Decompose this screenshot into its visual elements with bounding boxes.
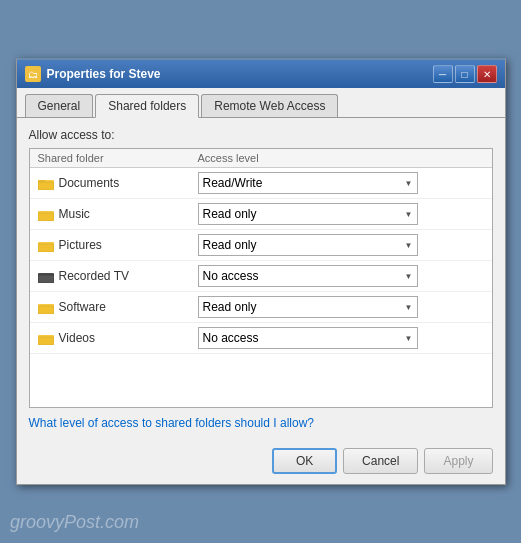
access-select-recorded-tv[interactable]: Read/Write Read only No access — [198, 265, 418, 287]
folder-software: Software — [38, 300, 198, 314]
folder-name: Videos — [59, 331, 95, 345]
minimize-button[interactable]: ─ — [433, 65, 453, 83]
folder-videos: Videos — [38, 331, 198, 345]
col-folder-header: Shared folder — [38, 152, 198, 164]
svg-rect-13 — [38, 337, 54, 345]
maximize-button[interactable]: □ — [455, 65, 475, 83]
folder-name: Documents — [59, 176, 120, 190]
table-row: Documents Read/Write Read only No access — [30, 168, 492, 199]
folder-name: Recorded TV — [59, 269, 129, 283]
apply-button[interactable]: Apply — [424, 448, 492, 474]
folder-icon — [38, 270, 54, 283]
svg-rect-7 — [38, 244, 54, 252]
svg-rect-3 — [38, 182, 54, 190]
svg-rect-9 — [38, 275, 54, 283]
main-content: Allow access to: Shared folder Access le… — [17, 118, 505, 440]
col-access-header: Access level — [198, 152, 484, 164]
folder-name: Music — [59, 207, 90, 221]
access-select-wrapper: Read/Write Read only No access — [198, 327, 418, 349]
table-header: Shared folder Access level — [30, 149, 492, 168]
access-cell: Read/Write Read only No access — [198, 265, 484, 287]
folder-name: Pictures — [59, 238, 102, 252]
svg-rect-11 — [38, 306, 54, 314]
access-cell: Read/Write Read only No access — [198, 296, 484, 318]
folder-icon — [38, 239, 54, 252]
access-select-software[interactable]: Read/Write Read only No access — [198, 296, 418, 318]
access-cell: Read/Write Read only No access — [198, 234, 484, 256]
tab-shared-folders[interactable]: Shared folders — [95, 94, 199, 118]
allow-access-label: Allow access to: — [29, 128, 493, 142]
folder-documents: Documents — [38, 176, 198, 190]
access-select-wrapper: Read/Write Read only No access — [198, 203, 418, 225]
title-bar-left: 🗂 Properties for Steve — [25, 66, 161, 82]
properties-window: 🗂 Properties for Steve ─ □ ✕ General Sha… — [16, 58, 506, 485]
access-cell: Read/Write Read only No access — [198, 203, 484, 225]
access-cell: Read/Write Read only No access — [198, 327, 484, 349]
access-select-wrapper: Read/Write Read only No access — [198, 265, 418, 287]
window-icon: 🗂 — [25, 66, 41, 82]
access-select-music[interactable]: Read/Write Read only No access — [198, 203, 418, 225]
svg-rect-5 — [38, 213, 54, 221]
folders-table: Shared folder Access level Documents Rea… — [29, 148, 493, 408]
table-row: Recorded TV Read/Write Read only No acce… — [30, 261, 492, 292]
folder-music: Music — [38, 207, 198, 221]
table-row: Software Read/Write Read only No access — [30, 292, 492, 323]
footer: OK Cancel Apply — [17, 440, 505, 484]
title-bar: 🗂 Properties for Steve ─ □ ✕ — [17, 60, 505, 88]
folder-recorded-tv: Recorded TV — [38, 269, 198, 283]
folder-name: Software — [59, 300, 106, 314]
title-buttons: ─ □ ✕ — [433, 65, 497, 83]
access-select-wrapper: Read/Write Read only No access — [198, 296, 418, 318]
folder-icon — [38, 301, 54, 314]
table-row: Pictures Read/Write Read only No access — [30, 230, 492, 261]
folder-icon — [38, 332, 54, 345]
access-select-pictures[interactable]: Read/Write Read only No access — [198, 234, 418, 256]
access-cell: Read/Write Read only No access — [198, 172, 484, 194]
window-title: Properties for Steve — [47, 67, 161, 81]
tab-bar: General Shared folders Remote Web Access — [17, 88, 505, 118]
cancel-button[interactable]: Cancel — [343, 448, 418, 474]
folder-pictures: Pictures — [38, 238, 198, 252]
table-row: Music Read/Write Read only No access — [30, 199, 492, 230]
folder-icon — [38, 177, 54, 190]
access-select-documents[interactable]: Read/Write Read only No access — [198, 172, 418, 194]
access-select-wrapper: Read/Write Read only No access — [198, 172, 418, 194]
help-link[interactable]: What level of access to shared folders s… — [29, 416, 493, 430]
tab-remote-web-access[interactable]: Remote Web Access — [201, 94, 338, 117]
folder-icon — [38, 208, 54, 221]
access-select-wrapper: Read/Write Read only No access — [198, 234, 418, 256]
ok-button[interactable]: OK — [272, 448, 337, 474]
table-row: Videos Read/Write Read only No access — [30, 323, 492, 354]
access-select-videos[interactable]: Read/Write Read only No access — [198, 327, 418, 349]
close-button[interactable]: ✕ — [477, 65, 497, 83]
tab-general[interactable]: General — [25, 94, 94, 117]
watermark: groovyPost.com — [10, 512, 139, 533]
